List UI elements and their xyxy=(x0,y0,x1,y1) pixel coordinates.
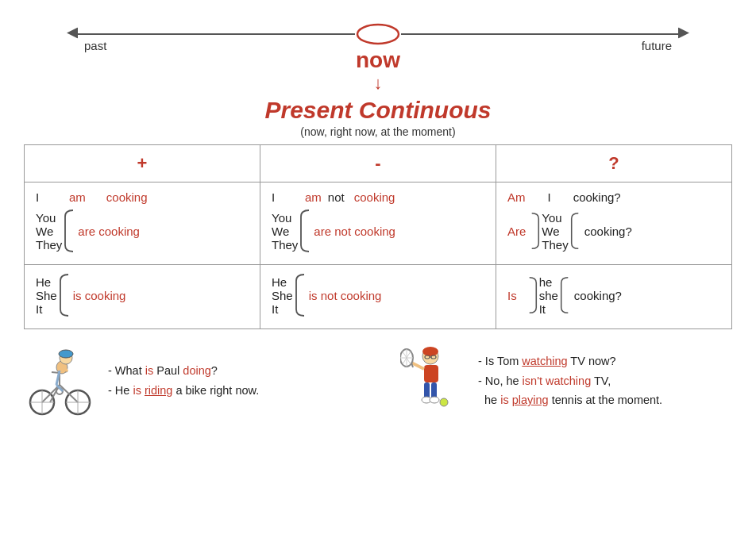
neg-not-1: not xyxy=(328,190,345,204)
pos-is-cooking: is cooking xyxy=(73,289,126,302)
main-container: past future now ↓ Present Continuous (no… xyxy=(0,0,756,432)
neg-group-he-she-it: He She It is not cooking xyxy=(272,273,484,317)
right-bracket-pos-2 xyxy=(59,273,70,317)
neg-are-not-cooking: are not cooking xyxy=(314,225,395,238)
negative-cell-2: He She It is not cooking xyxy=(260,265,496,329)
left-bracket-q-1 xyxy=(530,209,540,253)
right-q1: - Is Tom watching TV now? xyxy=(478,352,662,371)
q-pronoun-i: I xyxy=(548,190,551,204)
neg-aux-am: am xyxy=(305,190,322,204)
subtitle: (now, right now, at the moment) xyxy=(24,125,732,138)
left-example-text: - What is Paul doing? - He is riding a b… xyxy=(108,361,259,400)
timeline-past-label: past xyxy=(81,39,110,52)
right-bracket-neg-1 xyxy=(299,209,310,253)
bottom-section: - What is Paul doing? - He is riding a b… xyxy=(24,345,732,417)
svg-point-14 xyxy=(59,350,73,358)
page-title: Present Continuous xyxy=(24,97,732,124)
negative-cell-1: I am not cooking You We xyxy=(260,182,496,265)
grammar-table: + - ? I am cooking xyxy=(24,144,732,329)
positive-cell-2: He She It is cooking xyxy=(25,265,260,329)
right-a1: - No, he isn't watching TV, xyxy=(478,371,662,391)
q-are-group: Are You We They xyxy=(507,209,720,253)
question-cell-2: Is he she It xyxy=(496,265,732,329)
pos-verb-cooking-1: cooking xyxy=(106,190,148,204)
q-verb-cooking-are: cooking? xyxy=(584,225,632,238)
svg-point-23 xyxy=(422,347,438,356)
right-example-block: - Is Tom watching TV now? - No, he isn't… xyxy=(394,345,732,417)
neg-pronouns-ywt: You We They xyxy=(272,211,298,252)
neg-pronouns-hsi: He She It xyxy=(272,275,293,316)
now-ellipse xyxy=(355,23,401,45)
svg-marker-0 xyxy=(67,28,78,39)
left-q1: - What is Paul doing? xyxy=(108,361,259,381)
pos-group-he-she-it: He She It is cooking xyxy=(36,273,249,317)
positive-cell-1: I am cooking You We They xyxy=(25,182,260,265)
right-bracket-q-1 xyxy=(570,209,580,253)
svg-rect-27 xyxy=(424,365,438,382)
down-arrow: ↓ xyxy=(374,75,383,92)
table-row-2: He She It is cooking xyxy=(25,265,732,329)
q-am-i-row: Am I cooking? xyxy=(507,190,720,204)
tennis-character xyxy=(394,345,465,417)
q-pronouns-ywt: You We They xyxy=(542,211,568,252)
q-is-group: Is he she It xyxy=(507,273,720,317)
q-aux-is: Is xyxy=(507,289,517,302)
neg-verb-cooking-1: cooking xyxy=(354,190,395,204)
pos-group-you-we-they: You We They are cooking xyxy=(36,209,249,253)
question-cell-1: Am I cooking? Are xyxy=(496,182,732,265)
cyclist-character xyxy=(24,345,95,417)
svg-point-2 xyxy=(357,25,399,44)
right-example-text: - Is Tom watching TV now? - No, he isn't… xyxy=(478,352,662,410)
header-question: ? xyxy=(496,145,732,182)
left-example-block: - What is Paul doing? - He is riding a b… xyxy=(24,345,362,417)
neg-i-row: I am not cooking xyxy=(272,190,484,204)
svg-point-39 xyxy=(440,398,448,406)
neg-is-not-cooking: is not cooking xyxy=(309,289,382,302)
table-row-1: I am cooking You We They xyxy=(25,182,732,265)
timeline-future-label: future xyxy=(638,39,675,52)
header-negative: - xyxy=(260,145,496,182)
right-bracket-pos-1 xyxy=(64,209,75,253)
right-bracket-q-2 xyxy=(560,273,569,317)
right-a2: he is playing tennis at the moment. xyxy=(478,390,662,410)
pos-aux-am: am xyxy=(69,190,86,204)
q-verb-cooking-1: cooking? xyxy=(573,190,621,204)
q-verb-cooking-is: cooking? xyxy=(574,289,622,302)
pos-pronouns-hsi: He She It xyxy=(36,275,57,316)
tennis-illustration xyxy=(400,345,460,417)
title-section: Present Continuous (now, right now, at t… xyxy=(24,97,732,138)
left-a1: - He is riding a bike right now. xyxy=(108,381,259,401)
neg-pronoun-i: I xyxy=(272,190,281,204)
pos-pronouns-ywt: You We They xyxy=(36,211,62,252)
svg-point-31 xyxy=(430,397,439,403)
q-aux-am: Am xyxy=(507,190,526,204)
header-positive: + xyxy=(25,145,260,182)
timeline-section: past future now ↓ xyxy=(24,14,732,92)
pos-pronoun-i: I xyxy=(36,190,45,204)
q-aux-are: Are xyxy=(507,225,526,238)
svg-marker-1 xyxy=(678,28,689,39)
right-bracket-neg-2 xyxy=(295,273,306,317)
left-bracket-q-2 xyxy=(528,273,538,317)
svg-line-32 xyxy=(411,363,424,369)
neg-group-you-we-they: You We They are not cooking xyxy=(272,209,484,253)
q-pronouns-hsi: he she It xyxy=(539,275,558,316)
cyclist-illustration xyxy=(26,345,94,417)
pos-i-row: I am cooking xyxy=(36,190,249,204)
pos-are-cooking: are cooking xyxy=(78,225,140,238)
